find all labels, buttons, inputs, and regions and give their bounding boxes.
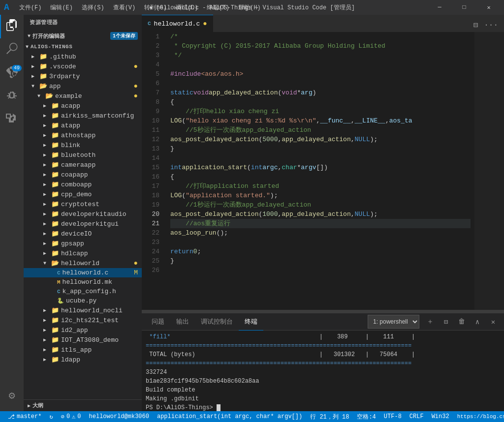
terminal-content[interactable]: *fill* | 389 | 111 | ===================… (142, 331, 504, 411)
root-folder-label: ALIOS-THINGS (31, 44, 72, 50)
root-folder-arrow: ▼ (26, 44, 29, 50)
folder-icon: 📁 (51, 306, 59, 314)
panel-tab-terminal[interactable]: 终端 (239, 313, 263, 331)
tree-item-athostapp[interactable]: ▶ 📁 athostapp (24, 130, 142, 140)
line-num-6: 6 (142, 79, 166, 88)
url-status[interactable]: https://blog.csdn.net/diaofeigjang (453, 411, 504, 422)
line-num-3: 3 (142, 51, 166, 60)
git-branch-status[interactable]: ⎇ master* (4, 411, 45, 422)
tree-item-ldapp[interactable]: ▶ 📁 ldapp (24, 355, 142, 364)
tree-item-coapapp[interactable]: ▶ 📁 coapapp (24, 170, 142, 180)
menu-edit[interactable]: 编辑(E) (46, 2, 77, 13)
tree-item-cpp-demo[interactable]: ▶ 📁 cpp_demo (24, 189, 142, 199)
encoding-status[interactable]: UTF-8 (380, 411, 406, 422)
tree-item-cameraapp[interactable]: ▶ 📁 cameraapp (24, 160, 142, 170)
outline-header[interactable]: ▶ 大纲 (24, 399, 142, 411)
activity-settings[interactable]: ⚙ (0, 384, 24, 407)
tree-item-itls[interactable]: ▶ 📁 itls_app (24, 345, 142, 355)
tree-item-blink[interactable]: ▶ 📁 blink (24, 140, 142, 150)
tree-item-deviceio[interactable]: ▶ 📁 deviceIO (24, 229, 142, 239)
breadcrumb-info[interactable]: application_start(int argc, char* argv[]… (153, 411, 306, 422)
tree-item-helloworld-c[interactable]: C helloworld.c M (24, 268, 142, 277)
tree-item-3rdparty[interactable]: ▶ 📁 3rdparty (24, 71, 142, 81)
error-icon: ⊘ (61, 413, 64, 421)
new-terminal-button[interactable]: ＋ (423, 315, 437, 329)
tree-item-hdlcapp[interactable]: ▶ 📁 hdlcapp (24, 248, 142, 258)
line-num-26: 26 (142, 266, 166, 275)
open-editors-header[interactable]: ▼ 打开的编辑器 1个未保存 (24, 30, 142, 42)
more-actions-button[interactable]: ··· (482, 19, 500, 31)
root-folder-header[interactable]: ▼ ALIOS-THINGS (24, 42, 142, 52)
tree-item-cryptotest[interactable]: ▶ 📁 cryptotest (24, 199, 142, 209)
tree-item-vscode[interactable]: ▶ 📁 .vscode ● (24, 61, 142, 71)
terminal-selector[interactable]: 1: powershell (368, 315, 419, 329)
tree-item-i2c[interactable]: ▶ 📁 i2c_hts221_test (24, 315, 142, 325)
menu-file[interactable]: 文件(F) (15, 2, 46, 13)
tree-arrow: ▶ (43, 327, 51, 333)
line-num-19: 19 (142, 200, 166, 210)
activity-extensions[interactable] (0, 109, 24, 133)
code-line-10: LOG("hello xiao cheng zi %s:%d %s\r\n", … (170, 116, 471, 125)
tree-arrow: ▶ (43, 337, 51, 343)
tree-item-helloworld-nocli[interactable]: ▶ 📁 helloworld_nocli (24, 305, 142, 315)
code-line-8: { (170, 97, 471, 107)
tree-item-airkiss[interactable]: ▶ 📁 airkiss_smartconfig (24, 111, 142, 121)
menu-view[interactable]: 查看(V) (109, 2, 140, 13)
tree-item-helloworld[interactable]: ▼ 📂 helloworld ● (24, 258, 142, 268)
code-area[interactable]: /* * Copyright (C) 2015-2017 Alibaba Gro… (166, 32, 474, 310)
breadcrumb-label: application_start(int argc, char* argv[]… (157, 413, 302, 420)
tree-item-developerkitaudio[interactable]: ▶ 📁 developerkitaudio (24, 209, 142, 219)
tree-arrow: ▶ (43, 122, 51, 128)
errors-status[interactable]: ⊘ 0 ⚠ 0 (57, 411, 85, 422)
maximize-panel-button[interactable]: ∧ (471, 315, 484, 329)
tree-item-bluetooth[interactable]: ▶ 📁 bluetooth (24, 150, 142, 160)
delete-terminal-button[interactable]: 🗑 (455, 315, 469, 329)
activity-debug[interactable] (0, 86, 24, 109)
panel-tab-debug-console[interactable]: 调试控制台 (195, 313, 239, 331)
activity-git[interactable]: 49 (0, 62, 24, 86)
line-num-8: 8 (142, 97, 166, 107)
tree-label: helloworld.mk (63, 278, 112, 286)
minimize-button[interactable]: ─ (428, 0, 451, 15)
tree-item-k-app-config[interactable]: C k_app_config.h (24, 287, 142, 296)
panel-tab-problems[interactable]: 问题 (146, 313, 170, 331)
tree-item-comboapp[interactable]: ▶ 📁 comboapp (24, 180, 142, 189)
tree-item-ucube-py[interactable]: 🐍 ucube.py (24, 296, 142, 305)
tree-item-atapp[interactable]: ▶ 📁 atapp (24, 121, 142, 130)
tree-item-github[interactable]: ▶ 📁 .github (24, 52, 142, 61)
panel-tab-output[interactable]: 输出 (170, 313, 195, 331)
tree-arrow: ▶ (43, 191, 51, 197)
tree-arrow: ▶ (43, 307, 51, 313)
close-button[interactable]: ✕ (477, 0, 500, 15)
folder-icon: 📁 (51, 171, 59, 179)
tree-item-developerkitgui[interactable]: ▶ 📁 developerkitgui (24, 219, 142, 229)
indentation-status[interactable]: 空格:4 (353, 411, 379, 422)
code-line-18: LOG("application started."); (170, 191, 471, 200)
cursor-position[interactable]: 行 21，列 18 (306, 411, 353, 422)
file-py-icon: 🐍 (57, 298, 64, 304)
tree-arrow: ▶ (43, 347, 51, 353)
sync-status[interactable]: ↻ (45, 411, 57, 422)
tree-item-helloworld-mk[interactable]: M helloworld.mk (24, 277, 142, 287)
language-status[interactable]: Win32 (428, 411, 453, 422)
activity-explorer[interactable] (0, 15, 24, 38)
editor-toolbar: ⊟ ··· (472, 18, 504, 32)
spaces-label: 空格:4 (357, 413, 376, 421)
activity-search[interactable] (0, 38, 24, 62)
alios-status[interactable]: helloworld@mk3060 (85, 411, 153, 422)
split-editor-button[interactable]: ⊟ (472, 18, 480, 32)
tree-item-id2[interactable]: ▶ 📁 id2_app (24, 325, 142, 335)
tree-item-acapp[interactable]: ▶ 📁 acapp (24, 101, 142, 111)
maximize-button[interactable]: □ (453, 0, 475, 15)
tree-item-app[interactable]: ▼ 📂 app ● (24, 81, 142, 91)
line-ending-status[interactable]: CRLF (406, 411, 428, 422)
close-panel-button[interactable]: ✕ (486, 315, 500, 329)
tree-arrow: ▶ (32, 73, 39, 79)
menu-select[interactable]: 选择(S) (78, 2, 108, 13)
tree-item-iot[interactable]: ▶ 📁 IOT_AT3080_demo (24, 335, 142, 345)
code-editor[interactable]: 1 2 3 4 5 6 7 8 9 10 11 12 13 14 15 16 1 (142, 32, 504, 310)
tree-item-gpsapp[interactable]: ▶ 📁 gpsapp (24, 239, 142, 248)
tree-item-example[interactable]: ▼ 📂 example ● (24, 91, 142, 101)
tab-helloworld-c[interactable]: C helloworld.c ● (142, 15, 213, 32)
split-terminal-button[interactable]: ⊟ (439, 315, 453, 329)
